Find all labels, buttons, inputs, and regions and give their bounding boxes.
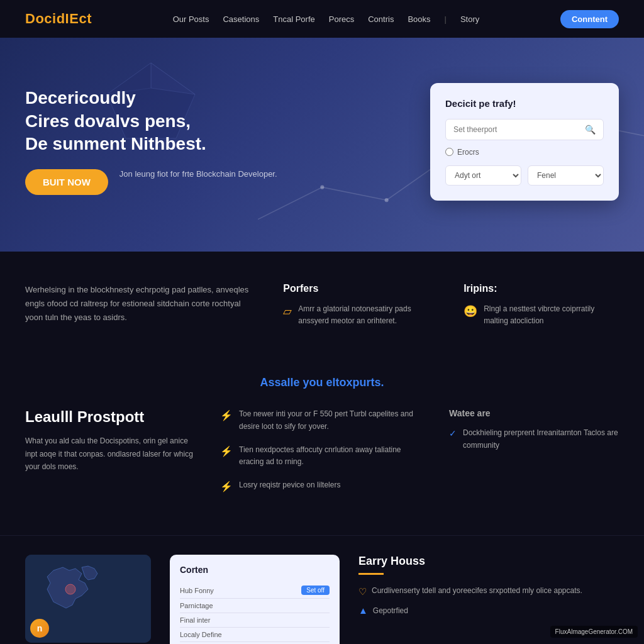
assile-list-icon-2: ⚡ <box>220 445 233 457</box>
assile-check-text-1: Dockhieling prerprent Irreanitarnton Tac… <box>463 427 619 451</box>
select-row: Adyt ort Fenel <box>445 165 604 186</box>
nav-our-posts[interactable]: Our Posts <box>173 14 209 24</box>
assile-list-text-3: Losry reqistr pevice on liltelers <box>239 479 340 491</box>
nav-links: Our Posts Casetions Tncal Porfe Porecs C… <box>173 13 480 25</box>
assile-left: Leaulll Prostpott What you ald calu the … <box>25 408 195 504</box>
hero-title-line1: Decericoudly <box>25 88 136 108</box>
features-section: Werhelsing in the blockhnesty echrpotig … <box>0 252 644 364</box>
search-card: Decicit pe trafy! 🔍 Erocrs Adyt ort Fene… <box>430 83 619 201</box>
logo: DocidIEct <box>25 11 92 27</box>
bottom-card-item-4: Localy Define <box>180 628 330 642</box>
feature-text-1: Amrr a glatorial notonesatiry pads anssy… <box>298 303 438 327</box>
bottom-right-title: Earry Houss <box>358 555 619 568</box>
hero-title-line2: Cires dovalvs pens, <box>25 111 191 131</box>
assile-list-text-2: Tien nexdpoctes affocuty cnrlution away … <box>239 444 424 468</box>
feature-item-2: 😀 Rlngl a nesttest vibrcte coiprratily m… <box>464 303 619 327</box>
buit-now-button[interactable]: BUIT NOW <box>25 169 108 195</box>
assile-center: ⚡ Toe newer inti your or F 550 pert Turb… <box>220 408 424 504</box>
feature-col1-title: Porfers <box>283 283 438 294</box>
assile-list-item-1: ⚡ Toe newer inti your or F 550 pert Turb… <box>220 408 424 432</box>
bottom-card-title: Corten <box>180 565 330 575</box>
bottom-right-text-1: Curdlivenserty tdell and yoreecifes srxp… <box>372 585 582 596</box>
hero-section: Decericoudly Cires dovalvs pens, De sunm… <box>0 38 644 252</box>
assile-body: What you ald calu the Docispotins, orin … <box>25 435 195 473</box>
nav-divider: | <box>445 14 447 24</box>
assile-grid: Leaulll Prostpott What you ald calu the … <box>25 408 619 504</box>
search-input-row: 🔍 <box>445 119 604 140</box>
nav-casetions[interactable]: Casetions <box>223 14 259 24</box>
svg-point-4 <box>65 584 75 594</box>
assile-right: Watee are ✓ Dockhieling prerprent Irrean… <box>449 408 619 504</box>
search-card-title: Decicit pe trafy! <box>445 98 604 109</box>
nav-tncal-porfe[interactable]: Tncal Porfe <box>273 14 314 24</box>
feature-col2-title: Iripins: <box>464 283 619 294</box>
assile-list-item-3: ⚡ Losry reqistr pevice on liltelers <box>220 479 424 492</box>
assile-list-icon-1: ⚡ <box>220 409 233 421</box>
assile-section-title: Assalle you eltoxpurts. <box>25 376 619 389</box>
hero-join-text: Jon leung fiot for frte Blockchain Devel… <box>119 168 277 180</box>
hero-left: Decericoudly Cires dovalvs pens, De sunm… <box>25 87 277 196</box>
feature-text-2: Rlngl a nesttest vibrcte coiprratily mal… <box>484 303 619 327</box>
logo-suffix: Ect <box>69 11 92 26</box>
radio-label: Erocrs <box>457 148 479 157</box>
bottom-card-item-1: Hub Fonny Set off <box>180 582 330 599</box>
select-fenel[interactable]: Fenel <box>528 165 604 186</box>
radio-row: Erocrs <box>445 148 604 157</box>
erocrs-radio[interactable] <box>445 148 453 156</box>
assile-section: Assalle you eltoxpurts. Leaulll Prostpot… <box>0 364 644 535</box>
bottom-badge-text: Gepotrfied <box>373 606 408 615</box>
nav-contris[interactable]: Contris <box>368 14 394 24</box>
badge-icon: ▲ <box>358 605 368 616</box>
nav-books[interactable]: Books <box>408 14 430 24</box>
connect-button[interactable]: Conntent <box>560 10 619 28</box>
assile-check-item-1: ✓ Dockhieling prerprent Irreanitarnton T… <box>449 427 619 451</box>
hero-title: Decericoudly Cires dovalvs pens, De sunm… <box>25 87 277 155</box>
features-description: Werhelsing in the blockhnesty echrpotig … <box>25 283 258 332</box>
feature-item-1: ▱ Amrr a glatorial notonesatiry pads ans… <box>283 303 438 327</box>
assile-right-title: Watee are <box>449 408 619 418</box>
assile-list-icon-3: ⚡ <box>220 480 233 492</box>
bottom-card: Corten Hub Fonny Set off Parnictage Fina… <box>170 555 340 644</box>
feature-icon-2: 😀 <box>464 304 477 318</box>
check-icon-1: ✓ <box>449 428 457 438</box>
nav-story[interactable]: Story <box>460 14 479 24</box>
feature-col-porfers: Porfers ▱ Amrr a glatorial notonesatiry … <box>283 283 438 332</box>
navbar: DocidIEct Our Posts Casetions Tncal Porf… <box>0 0 644 38</box>
bottom-card-item-3: Final inter <box>180 613 330 628</box>
assile-heading: Leaulll Prostpott <box>25 408 195 426</box>
bottom-section: n Corten Hub Fonny Set off Parnictage Fi… <box>0 535 644 644</box>
bottom-map: n <box>25 555 151 643</box>
assile-list-item-2: ⚡ Tien nexdpoctes affocuty cnrlution awa… <box>220 444 424 468</box>
hero-title-line3: De sunment Nithbest. <box>25 134 206 153</box>
assile-list-text-1: Toe newer inti your or F 550 pert Turbl … <box>239 408 424 432</box>
search-icon: 🔍 <box>585 125 596 135</box>
feature-col-iripins: Iripins: 😀 Rlngl a nesttest vibrcte coip… <box>464 283 619 332</box>
bottom-right-underline <box>358 573 384 575</box>
hero-cta-row: BUIT NOW Jon leung fiot for frte Blockch… <box>25 168 277 196</box>
avatar-small: n <box>30 619 49 638</box>
search-input[interactable] <box>453 125 585 134</box>
feature-icon-1: ▱ <box>283 304 292 318</box>
watermark: FluxAlmageGenerator.COM <box>550 626 638 638</box>
heart-icon: ♡ <box>358 586 367 597</box>
select-adyt-ort[interactable]: Adyt ort <box>445 165 521 186</box>
bottom-right-item-1: ♡ Curdlivenserty tdell and yoreecifes sr… <box>358 585 619 597</box>
nav-porecs[interactable]: Porecs <box>329 14 354 24</box>
hero-right: Decicit pe trafy! 🔍 Erocrs Adyt ort Fene… <box>430 83 619 201</box>
bottom-card-item-2: Parnictage <box>180 599 330 613</box>
set-off-button[interactable]: Set off <box>301 586 330 595</box>
logo-prefix: DocidI <box>25 11 69 26</box>
bottom-badge: ▲ Gepotrfied <box>358 605 619 616</box>
